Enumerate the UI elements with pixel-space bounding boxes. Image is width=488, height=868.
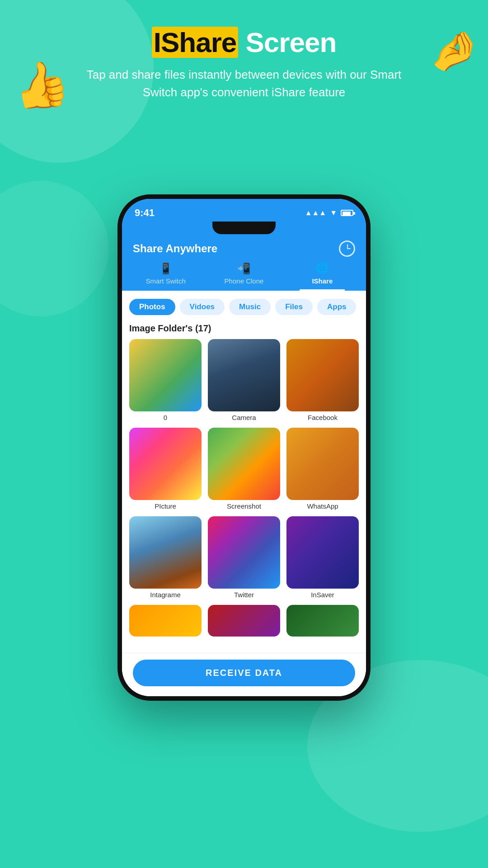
folder-section-title: Image Folder's (17) (129, 323, 359, 334)
tab-phone-clone[interactable]: 📲 Phone Clone (221, 262, 267, 291)
clock-icon[interactable] (339, 241, 355, 257)
phone-clone-icon: 📲 (237, 262, 251, 275)
folder-instagram-label: Intagrame (150, 591, 181, 599)
folder-camera-thumb (208, 339, 280, 411)
folder-picture[interactable]: PIcture (129, 428, 202, 510)
phone-clone-label: Phone Clone (225, 277, 264, 285)
folder-whatsapp-label: WhatsApp (307, 502, 338, 510)
folder-grid-row1: 0 Camera Facebook (129, 339, 359, 421)
status-time: 9:41 (135, 207, 155, 219)
status-icons: ▲▲▲ ▼ (305, 209, 353, 217)
chip-music[interactable]: Music (229, 299, 271, 315)
bg-blob-mid (0, 181, 108, 316)
folder-screenshot-thumb (208, 428, 280, 500)
phone-screen: 9:41 ▲▲▲ ▼ Share Anywhere 📱 Smart Switch (122, 199, 366, 696)
folder-section: Image Folder's (17) 0 Camera Facebook (122, 323, 366, 653)
folder-instagram[interactable]: Intagrame (129, 516, 202, 599)
folder-picture-thumb (129, 428, 202, 500)
subtitle: Tap and share files instantly between de… (86, 66, 402, 101)
folder-whatsapp-thumb (286, 428, 359, 500)
folder-instagram-thumb (129, 516, 202, 589)
filter-bar: Photos Vidoes Music Files Apps (122, 291, 366, 323)
battery-icon (341, 210, 353, 216)
folder-0-thumb (129, 339, 202, 411)
smart-switch-label: Smart Switch (145, 277, 185, 285)
folder-0[interactable]: 0 (129, 339, 202, 421)
chip-videos[interactable]: Vidoes (180, 299, 225, 315)
folder-camera[interactable]: Camera (208, 339, 280, 421)
app-header-title: Share Anywhere (133, 242, 217, 255)
notch (212, 222, 276, 234)
receive-data-button[interactable]: RECEIVE DATA (133, 660, 355, 686)
folder-facebook[interactable]: Facebook (286, 339, 359, 421)
tab-smart-switch[interactable]: 📱 Smart Switch (143, 262, 188, 291)
ishare-icon: 🌐 (315, 262, 329, 275)
folder-whatsapp[interactable]: WhatsApp (286, 428, 359, 510)
folder-row4-a[interactable] (129, 605, 202, 637)
folder-twitter[interactable]: Twitter (208, 516, 280, 599)
chip-photos[interactable]: Photos (129, 299, 175, 315)
folder-facebook-label: Facebook (308, 414, 338, 421)
folder-screenshot-label: Screenshot (227, 502, 261, 510)
folder-twitter-label: Twitter (234, 591, 254, 599)
header-section: IShare Screen Tap and share files instan… (86, 27, 402, 101)
phone-mockup: 9:41 ▲▲▲ ▼ Share Anywhere 📱 Smart Switch (117, 194, 371, 701)
tab-ishare[interactable]: 🌐 IShare (300, 262, 345, 291)
hand-left-emoji: 👍 (9, 54, 74, 117)
folder-grid-row2: PIcture Screenshot WhatsApp (129, 428, 359, 510)
chip-apps[interactable]: Apps (317, 299, 357, 315)
app-header: Share Anywhere (122, 236, 366, 257)
folder-row4-c[interactable] (286, 605, 359, 637)
folder-insaver-label: InSaver (311, 591, 334, 599)
receive-bar: RECEIVE DATA (122, 653, 366, 696)
smart-switch-icon: 📱 (159, 262, 173, 275)
folder-facebook-thumb (286, 339, 359, 411)
folder-insaver[interactable]: InSaver (286, 516, 359, 599)
chip-files[interactable]: Files (275, 299, 313, 315)
folder-grid-row3: Intagrame Twitter InSaver (129, 516, 359, 599)
title-screen: Screen (238, 27, 336, 58)
folder-insaver-thumb (286, 516, 359, 589)
folder-screenshot[interactable]: Screenshot (208, 428, 280, 510)
notch-bar (122, 219, 366, 236)
title-ishare: IShare (152, 27, 239, 58)
folder-twitter-thumb (208, 516, 280, 589)
app-title: IShare Screen (86, 27, 402, 58)
folder-picture-label: PIcture (155, 502, 176, 510)
ishare-label: IShare (312, 277, 333, 285)
folder-grid-row4 (129, 605, 359, 637)
nav-tabs: 📱 Smart Switch 📲 Phone Clone 🌐 IShare (122, 257, 366, 291)
folder-0-label: 0 (164, 414, 167, 421)
folder-camera-label: Camera (232, 414, 256, 421)
hand-right-emoji: 🤌 (426, 23, 484, 79)
status-bar: 9:41 ▲▲▲ ▼ (122, 199, 366, 219)
signal-icon: ▲▲▲ (305, 209, 327, 217)
wifi-icon: ▼ (330, 209, 337, 217)
folder-row4-b[interactable] (208, 605, 280, 637)
